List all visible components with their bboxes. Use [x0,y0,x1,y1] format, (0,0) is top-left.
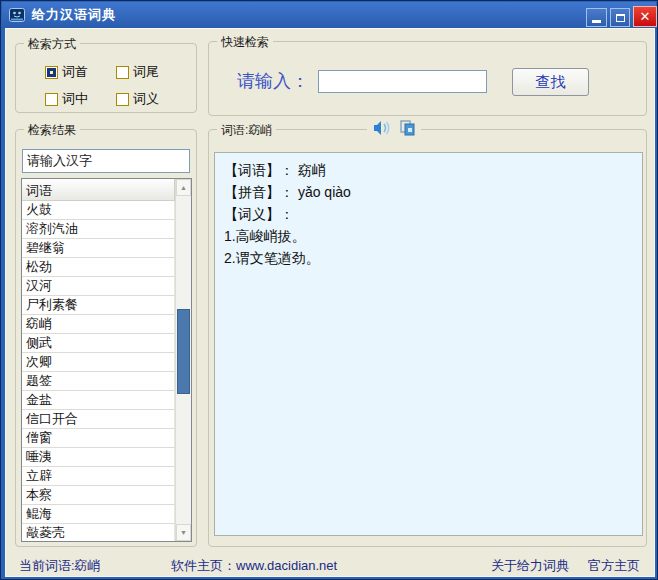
list-item[interactable]: 唾洟 [22,448,175,467]
quick-search-input[interactable] [318,70,487,93]
list-item[interactable]: 立辟 [22,467,175,486]
maximize-button[interactable] [610,8,630,27]
definition-line: 【词义】： [224,203,633,225]
search-mode-group: 检索方式 词首 词尾 词中 [15,43,197,113]
quick-search-group: 快速检索 请输入： 查找 [208,41,647,116]
minimize-icon [592,20,601,23]
list-item[interactable]: 侧武 [22,334,175,353]
definition-toolbar [367,120,421,136]
option-label: 词首 [62,63,88,81]
checkbox-icon[interactable] [45,93,58,106]
status-homepage: 软件主页：www.dacidian.net [171,557,337,575]
checkbox-icon[interactable] [116,93,129,106]
quick-search-legend: 快速检索 [217,34,273,51]
list-scrollbar[interactable]: ▲ ▼ [175,179,191,541]
definition-panel: 【词语】： 窈峭 【拼音】： yǎo qiào 【词义】： 1.高峻峭拔。 2.… [214,152,643,536]
list-item[interactable]: 僧窗 [22,429,175,448]
list-item[interactable]: 敲菱壳 [22,524,175,542]
results-group: 检索结果 词语 火鼓 溶剂汽油 碧继翁 松劲 汉河 [15,129,197,547]
maximize-icon [616,14,625,22]
status-current-word: 当前词语:窈峭 [19,557,101,575]
search-mode-option[interactable]: 词尾 [116,63,159,81]
find-button[interactable]: 查找 [512,68,589,96]
list-item[interactable]: 信口开合 [22,410,175,429]
list-item[interactable]: 碧继翁 [22,239,175,258]
window-title: 给力汉语词典 [32,6,116,24]
list-item[interactable]: 溶剂汽油 [22,220,175,239]
definition-group: 词语:窈峭 【词语】： 窈峭 【拼音】： yǎo qiào [208,129,647,547]
about-link[interactable]: 关于给力词典 [491,557,569,575]
search-mode-option[interactable]: 词义 [116,90,159,108]
title-bar: 给力汉语词典 ✕ [2,2,656,28]
app-window: 给力汉语词典 ✕ 检索方式 词首 词尾 [0,0,658,580]
checkbox-icon[interactable] [45,66,58,79]
close-icon: ✕ [640,10,651,23]
app-icon [9,7,26,24]
hanzi-filter-input[interactable] [22,149,190,173]
official-homepage-link[interactable]: 官方主页 [588,557,640,575]
option-label: 词义 [133,90,159,108]
list-item[interactable]: 本察 [22,486,175,505]
search-mode-options: 词首 词尾 词中 词义 [45,63,159,108]
client-area: 检索方式 词首 词尾 词中 [5,28,655,577]
search-mode-legend: 检索方式 [24,36,80,53]
word-list-rows: 词语 火鼓 溶剂汽油 碧继翁 松劲 汉河 尸利素餐 窈峭 [22,179,175,542]
list-item[interactable]: 松劲 [22,258,175,277]
list-item[interactable]: 鲲海 [22,505,175,524]
minimize-button[interactable] [586,8,607,27]
checkbox-icon[interactable] [116,66,129,79]
word-list: 词语 火鼓 溶剂汽油 碧继翁 松劲 汉河 尸利素餐 窈峭 [21,178,192,542]
copy-icon[interactable] [400,120,415,136]
input-prompt-label: 请输入： [237,69,309,93]
search-mode-option[interactable]: 词首 [45,63,116,81]
definition-line: 2.谓文笔遒劲。 [224,247,633,269]
scrollbar-thumb[interactable] [177,309,190,394]
list-item[interactable]: 次卿 [22,353,175,372]
list-item[interactable]: 题签 [22,372,175,391]
list-item[interactable]: 金盐 [22,391,175,410]
results-legend: 检索结果 [24,122,80,139]
definition-legend: 词语:窈峭 [217,122,276,139]
scroll-down-icon[interactable]: ▼ [176,524,191,541]
option-label: 词尾 [133,63,159,81]
list-item[interactable]: 汉河 [22,277,175,296]
list-item[interactable]: 尸利素餐 [22,296,175,315]
option-label: 词中 [62,90,88,108]
definition-line: 【词语】： 窈峭 [224,159,633,181]
search-mode-option[interactable]: 词中 [45,90,116,108]
list-item[interactable]: 窈峭 [22,315,175,334]
definition-line: 【拼音】： yǎo qiào [224,181,633,203]
definition-line: 1.高峻峭拔。 [224,225,633,247]
scroll-up-icon[interactable]: ▲ [176,179,191,196]
close-button[interactable]: ✕ [633,6,657,27]
speaker-icon[interactable] [373,120,391,136]
list-item[interactable]: 火鼓 [22,201,175,220]
word-column-header[interactable]: 词语 [22,179,175,201]
